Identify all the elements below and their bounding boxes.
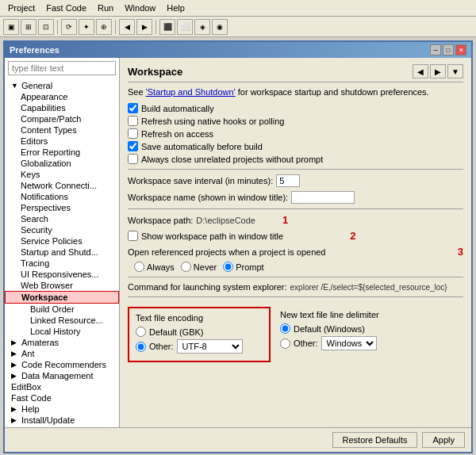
tree-item-uiresponsiv[interactable]: UI Responsivenes... [5, 269, 119, 280]
encoding-section: Text file encoding Default (GBK) Other: … [128, 307, 271, 362]
dialog-title-bar: Preferences ─ □ ✕ [5, 42, 471, 58]
tree-item-security[interactable]: Security [5, 224, 119, 235]
tree-item-servicepolicies[interactable]: Service Policies [5, 235, 119, 247]
tree-item-tracing[interactable]: Tracing [5, 258, 119, 269]
tree-item-coderecomm[interactable]: ▶ Code Recommenders [5, 359, 119, 370]
tree-item-linkedresour-label: Linked Resource... [30, 315, 103, 325]
toolbar-btn-5[interactable]: ✦ [79, 19, 94, 35]
newline-other-label: Other: [294, 338, 318, 348]
tree-item-webbrowser-label: Web Browser [21, 281, 73, 290]
toolbar-btn-11[interactable]: ◈ [194, 19, 210, 35]
close-button[interactable]: ✕ [455, 44, 466, 55]
nav-menu-button[interactable]: ▼ [447, 64, 463, 78]
radio-prompt-text: Prompt [236, 262, 263, 272]
tree-item-datamgmt[interactable]: ▶ Data Management [5, 370, 119, 381]
toolbar-btn-1[interactable]: ▣ [3, 19, 19, 35]
radio-prompt[interactable] [223, 262, 233, 272]
open-projects-label: Open referenced projects when a project … [128, 247, 326, 257]
menu-window[interactable]: Window [120, 2, 160, 14]
toolbar-btn-10[interactable]: ⬜ [177, 19, 193, 35]
radio-always[interactable] [134, 262, 144, 272]
nav-back-button[interactable]: ◀ [413, 64, 428, 78]
toolbar-btn-4[interactable]: ⟳ [61, 19, 77, 35]
radio-always-label[interactable]: Always [134, 262, 175, 272]
tree-item-amateras[interactable]: ▶ Amateras [5, 337, 119, 348]
tree-item-linkedresour[interactable]: Linked Resource... [5, 315, 119, 326]
tree-item-fastcode[interactable]: Fast Code [5, 392, 119, 403]
build-auto-checkbox[interactable] [128, 103, 138, 113]
encoding-other-radio[interactable] [136, 342, 146, 352]
toolbar-btn-9[interactable]: ⬛ [159, 19, 175, 35]
save-before-build-checkbox[interactable] [128, 141, 138, 151]
tree-item-security-label: Security [21, 225, 52, 235]
tree-item-capabilities[interactable]: Capabilities [5, 102, 119, 113]
tree-item-globalization[interactable]: Globalization [5, 158, 119, 169]
workspace-name-input[interactable] [291, 191, 355, 204]
toolbar-btn-3[interactable]: ⊡ [38, 19, 54, 35]
tree-item-notifications[interactable]: Notifications [5, 191, 119, 202]
save-interval-input[interactable] [276, 174, 300, 187]
tree-item-editbox[interactable]: EditBox [5, 381, 119, 392]
tree-item-appearance[interactable]: Appearance [5, 91, 119, 102]
newline-default-radio[interactable] [280, 323, 290, 334]
toolbar-btn-6[interactable]: ⊕ [96, 19, 112, 35]
newline-other-select[interactable]: Windows Unix Mac [321, 336, 377, 350]
tree-item-startupshutd[interactable]: Startup and Shutd... [5, 247, 119, 258]
tree-item-perspectives[interactable]: Perspectives [5, 202, 119, 213]
tree-item-editors[interactable]: Editors [5, 136, 119, 147]
menu-run[interactable]: Run [93, 2, 118, 14]
command-value: explorer /E,/select=${selected_resource_… [290, 283, 447, 292]
nav-forward-button[interactable]: ▶ [430, 64, 446, 78]
maximize-button[interactable]: □ [443, 44, 454, 55]
show-path-checkbox[interactable] [128, 231, 138, 241]
command-label: Command for launching system explorer: [128, 282, 287, 292]
tree-item-webbrowser[interactable]: Web Browser [5, 280, 119, 291]
apply-button[interactable]: Apply [422, 432, 465, 448]
tree-item-workspace[interactable]: Workspace [5, 291, 119, 304]
radio-never-label[interactable]: Never [181, 262, 217, 272]
tree-item-networkconn[interactable]: Network Connecti... [5, 180, 119, 191]
tree-item-ant[interactable]: ▶ Ant [5, 348, 119, 359]
expand-installupdate-icon: ▶ [11, 416, 19, 424]
toolbar-btn-12[interactable]: ◉ [212, 19, 228, 35]
menu-fastcode[interactable]: Fast Code [41, 2, 91, 14]
toolbar-btn-8[interactable]: ▶ [136, 19, 152, 35]
tree-item-tracing-label: Tracing [21, 258, 49, 268]
tree-item-errorreporting[interactable]: Error Reporting [5, 147, 119, 158]
encoding-default-radio[interactable] [136, 327, 146, 337]
tree-item-networkconn-label: Network Connecti... [21, 181, 97, 190]
minimize-button[interactable]: ─ [430, 44, 441, 55]
tree-item-keys[interactable]: Keys [5, 169, 119, 180]
separator-1 [128, 169, 463, 170]
refresh-native-label: Refresh using native hooks or polling [141, 117, 284, 126]
filter-input[interactable] [8, 61, 116, 75]
menu-project[interactable]: Project [3, 2, 40, 14]
tree-item-localhistory[interactable]: Local History [5, 326, 119, 337]
toolbar-btn-2[interactable]: ⊞ [21, 19, 36, 35]
menu-help[interactable]: Help [162, 2, 190, 14]
newline-other-radio[interactable] [280, 338, 290, 349]
tree-item-search[interactable]: Search [5, 213, 119, 224]
encoding-other-label: Other: [149, 342, 174, 351]
toolbar-btn-7[interactable]: ◀ [119, 19, 135, 35]
radio-prompt-label[interactable]: Prompt [223, 262, 263, 272]
tree-item-datamgmt-label: Data Management [21, 371, 94, 380]
tree-item-contenttypes[interactable]: Content Types [5, 124, 119, 136]
tree-item-buildorder[interactable]: Build Order [5, 304, 119, 315]
startup-shutdown-link[interactable]: 'Startup and Shutdown' [146, 87, 236, 97]
tree-item-coderecomm-label: Code Recommenders [21, 360, 106, 369]
encoding-other-select[interactable]: UTF-8 GBK ISO-8859-1 [177, 339, 243, 354]
restore-defaults-button[interactable]: Restore Defaults [332, 432, 418, 448]
tree-item-installupdate[interactable]: ▶ Install/Update [5, 415, 119, 426]
tree-item-help[interactable]: ▶ Help [5, 403, 119, 415]
annotation-1: 1 [282, 214, 288, 226]
refresh-native-checkbox[interactable] [128, 116, 138, 126]
newline-default-label: Default (Windows) [294, 324, 365, 334]
tree-item-general[interactable]: ▼ General [5, 80, 119, 91]
tree-item-comparepatch[interactable]: Compare/Patch [5, 113, 119, 124]
bottom-section: Text file encoding Default (GBK) Other: … [128, 302, 463, 362]
refresh-access-checkbox[interactable] [128, 128, 138, 139]
save-interval-row: Workspace save interval (in minutes): [128, 174, 463, 187]
close-unrelated-checkbox[interactable] [128, 154, 138, 164]
radio-never[interactable] [181, 262, 191, 272]
